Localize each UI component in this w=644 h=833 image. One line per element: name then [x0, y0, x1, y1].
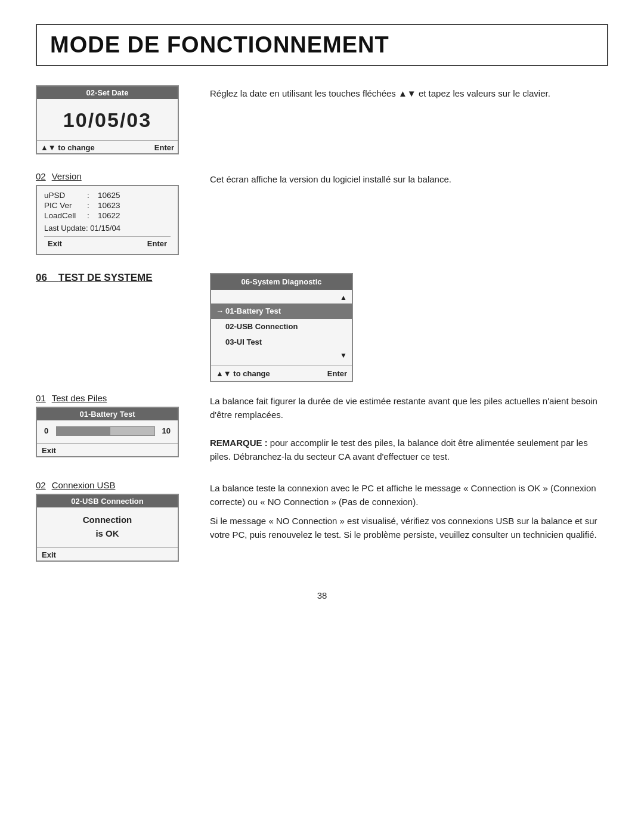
system-test-left: 06 TEST DE SYSTEME	[36, 272, 191, 290]
diag-footer-left: ▲▼ to change	[216, 368, 270, 380]
set-date-section: 02-Set Date 10/05/03 ▲▼ to change Enter …	[36, 85, 608, 154]
usb-connection-line1: Connection	[44, 513, 171, 527]
loadcell-label: LoadCell	[44, 211, 87, 220]
page-title-box: MODE DE FONCTIONNEMENT	[36, 24, 608, 66]
usb-connection-line2: is OK	[44, 527, 171, 541]
diag-menu-title: 06-System Diagnostic	[211, 274, 352, 290]
loadcell-val: 10622	[98, 211, 120, 220]
set-date-title: 02-Set Date	[37, 86, 178, 99]
battery-label: 01 Test des Piles	[36, 393, 191, 403]
version-footer-right: Enter	[147, 239, 167, 248]
system-test-heading: 06 TEST DE SYSTEME	[36, 272, 191, 284]
version-box: uPSD : 10625 PIC Ver : 10623 LoadCell : …	[36, 185, 179, 255]
version-row-picver: PIC Ver : 10623	[44, 201, 171, 210]
version-row-upsd: uPSD : 10625	[44, 191, 171, 200]
page-title: MODE DE FONCTIONNEMENT	[50, 32, 594, 58]
version-text: Version	[52, 171, 82, 181]
diag-menu-footer: ▲▼ to change Enter	[211, 365, 352, 381]
battery-bar-fill	[57, 427, 110, 435]
version-label: 02 Version	[36, 171, 191, 181]
battery-left: 01 Test des Piles 01-Battery Test 0 10 E…	[36, 393, 191, 457]
usb-desc-text2: Si le message « NO Connection » est visu…	[210, 514, 608, 542]
diag-item-battery-label: 01-Battery Test	[225, 305, 281, 317]
usb-box: 02-USB Connection Connection is OK Exit	[36, 494, 179, 562]
usb-box-body: Connection is OK	[37, 507, 178, 543]
picver-val: 10623	[98, 201, 120, 210]
diag-menu-item-ui: 03-UI Test	[211, 335, 352, 350]
version-left: 02 Version uPSD : 10625 PIC Ver : 10623 …	[36, 171, 191, 255]
battery-box-body: 0 10	[37, 420, 178, 441]
system-test-right: 06-System Diagnostic ▲ → 01-Battery Test…	[210, 272, 608, 382]
diag-item-usb-label: 02-USB Connection	[225, 321, 298, 333]
battery-section: 01 Test des Piles 01-Battery Test 0 10 E…	[36, 393, 608, 463]
battery-label-text: Test des Piles	[52, 393, 107, 403]
diag-menu-item-battery: → 01-Battery Test	[211, 304, 352, 319]
version-last-update: Last Update: 01/15/04	[44, 224, 171, 233]
page-number: 38	[36, 590, 608, 600]
battery-bar-max: 10	[160, 426, 171, 435]
version-num: 02	[36, 171, 46, 181]
set-date-left: 02-Set Date 10/05/03 ▲▼ to change Enter	[36, 85, 191, 154]
version-desc: Cet écran affiche la version du logiciel…	[210, 171, 608, 186]
battery-num: 01	[36, 393, 46, 403]
battery-box-title: 01-Battery Test	[37, 408, 178, 420]
battery-bar-min: 0	[44, 426, 51, 435]
system-test-label: TEST DE SYSTEME	[58, 272, 153, 283]
remarque-label: REMARQUE :	[210, 438, 268, 448]
usb-box-title: 02-USB Connection	[37, 495, 178, 507]
version-footer: Exit Enter	[44, 236, 171, 249]
set-date-footer: ▲▼ to change Enter	[37, 140, 178, 153]
set-date-footer-right: Enter	[154, 143, 174, 152]
usb-desc-text: La balance teste la connexion avec le PC…	[210, 481, 608, 509]
usb-footer-left: Exit	[42, 550, 56, 559]
diag-item-ui-label: 03-UI Test	[225, 336, 262, 348]
set-date-value: 10/05/03	[44, 104, 171, 134]
usb-connection-text: Connection is OK	[44, 513, 171, 540]
diag-arrow: →	[216, 305, 225, 317]
battery-box: 01-Battery Test 0 10 Exit	[36, 407, 179, 457]
usb-box-footer: Exit	[37, 547, 178, 561]
usb-sub-label: 02 Connexion USB	[36, 480, 191, 490]
diag-menu-box: 06-System Diagnostic ▲ → 01-Battery Test…	[210, 273, 353, 382]
version-section: 02 Version uPSD : 10625 PIC Ver : 10623 …	[36, 171, 608, 255]
system-test-num: 06	[36, 272, 47, 283]
picver-label: PIC Ver	[44, 201, 87, 210]
set-date-box: 02-Set Date 10/05/03 ▲▼ to change Enter	[36, 85, 179, 154]
battery-remarque: REMARQUE : pour accomplir le test des pi…	[210, 436, 608, 464]
diag-scroll-down-icon: ▼	[211, 350, 352, 361]
version-footer-left: Exit	[48, 239, 62, 248]
battery-bar-row: 0 10	[44, 426, 171, 436]
battery-footer-left: Exit	[42, 446, 56, 455]
usb-label-text: Connexion USB	[52, 480, 116, 490]
diag-menu-body: ▲ → 01-Battery Test 02-USB Connection 03…	[211, 290, 352, 364]
diag-menu-item-usb: 02-USB Connection	[211, 319, 352, 335]
usb-section: 02 Connexion USB 02-USB Connection Conne…	[36, 480, 608, 562]
usb-desc: La balance teste la connexion avec le PC…	[210, 480, 608, 541]
upsd-label: uPSD	[44, 191, 87, 200]
system-test-section: 06 TEST DE SYSTEME 06-System Diagnostic …	[36, 272, 608, 382]
upsd-val: 10625	[98, 191, 120, 200]
battery-bar	[56, 426, 155, 436]
set-date-footer-left: ▲▼ to change	[41, 143, 95, 152]
battery-desc: La balance fait figurer la durée de vie …	[210, 393, 608, 463]
usb-num: 02	[36, 480, 46, 490]
set-date-body: 10/05/03	[37, 99, 178, 138]
usb-left: 02 Connexion USB 02-USB Connection Conne…	[36, 480, 191, 562]
version-row-loadcell: LoadCell : 10622	[44, 211, 171, 220]
battery-desc-text: La balance fait figurer la durée de vie …	[210, 394, 608, 422]
diag-scroll-up-icon: ▲	[211, 292, 352, 304]
battery-box-footer: Exit	[37, 443, 178, 456]
diag-footer-right: Enter	[327, 368, 347, 380]
set-date-desc: Réglez la date en utilisant les touches …	[210, 85, 608, 100]
